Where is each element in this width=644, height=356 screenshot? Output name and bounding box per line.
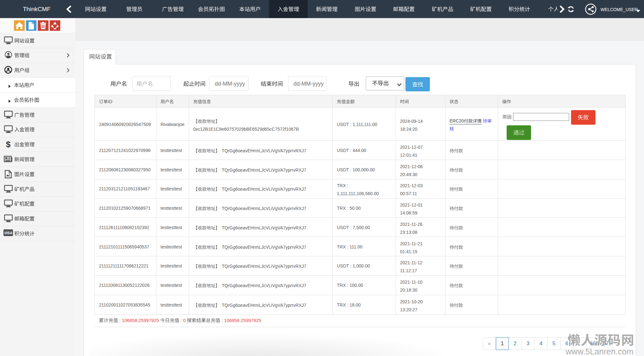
- svg-text:VISA: VISA: [4, 231, 12, 235]
